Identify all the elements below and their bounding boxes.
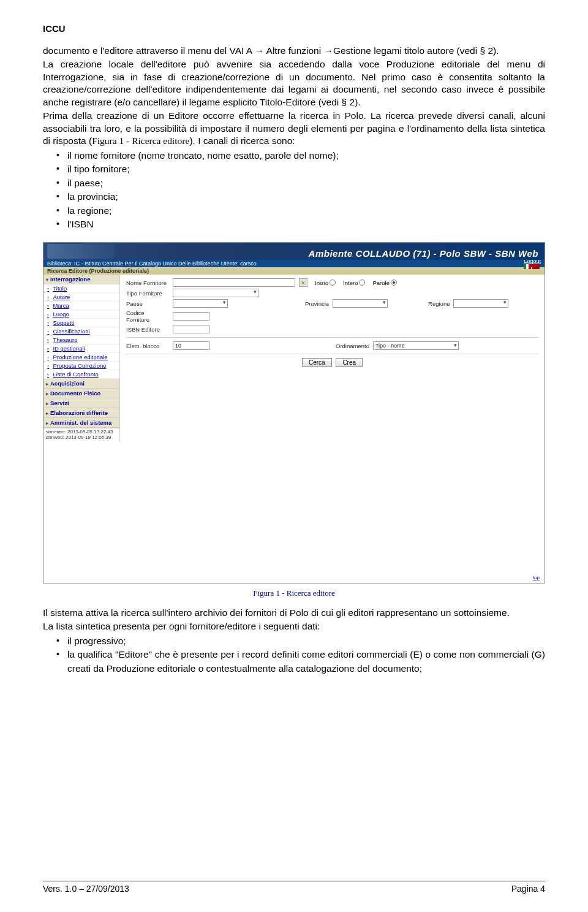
userbar-left: Biblioteca: IC - Istituto Centrale Per I… xyxy=(47,260,257,267)
list-item: il tipo fornitore; xyxy=(67,162,545,176)
input-codice-fornitore[interactable] xyxy=(173,312,209,321)
sidebar-item-marca[interactable]: Marca xyxy=(43,302,119,310)
select-tipo-fornitore[interactable] xyxy=(173,289,258,297)
paragraph-3: Prima della creazione di un Editore occo… xyxy=(43,110,545,147)
app-userbar: Biblioteca: IC - Istituto Centrale Per I… xyxy=(43,260,545,267)
figure-caption: Figura 1 - Ricerca editore xyxy=(43,588,545,598)
sidebar-item-id-gestionali[interactable]: ID gestionali xyxy=(43,344,119,353)
sidebar-section-amministrazione[interactable]: Amminist. del sistema xyxy=(43,418,119,428)
label-provincia: Provincia xyxy=(305,300,329,307)
label-elem-blocco: Elem. blocco xyxy=(126,343,169,349)
sidebar-section-documento-fisico[interactable]: Documento Fisico xyxy=(43,389,119,398)
sidebar-section-acquisizioni[interactable]: Acquisizioni xyxy=(43,379,119,389)
sidebar-footer: sbnmarc: 2013-09-05 13:22:43 sbnweb: 201… xyxy=(43,428,119,442)
paragraph-5: La lista sintetica presenta per ogni for… xyxy=(43,620,545,633)
radio-inizio[interactable]: Inizio xyxy=(315,279,336,286)
input-elem-blocco[interactable]: 10 xyxy=(173,341,209,350)
sidebar-item-proposta-correzione[interactable]: Proposta Correzione xyxy=(43,362,119,370)
label-tipo-fornitore: Tipo Fornitore xyxy=(126,290,169,297)
sidebar-section-servizi[interactable]: Servizi xyxy=(43,398,119,408)
list-item: la qualifica "Editore" che è presente pe… xyxy=(67,648,545,675)
label-ordinamento: Ordinamento xyxy=(336,343,369,349)
bullet-list-1: il nome fornitore (nome troncato, nome e… xyxy=(43,149,545,232)
paragraph-4: Il sistema attiva la ricerca sull'intero… xyxy=(43,607,545,619)
clear-icon[interactable]: ⨯ xyxy=(299,278,307,287)
bullet-list-2: il progressivo; la qualifica "Editore" c… xyxy=(43,634,545,675)
flag-it-icon[interactable] xyxy=(524,264,531,269)
sidebar-item-soggetti[interactable]: Soggetti xyxy=(43,319,119,327)
paragraph-1: documento e l'editore attraverso il menu… xyxy=(43,45,545,57)
select-paese[interactable] xyxy=(173,299,228,308)
radio-inizio-label: Inizio xyxy=(315,279,328,286)
top-link[interactable]: top xyxy=(533,575,540,580)
sidebar-section-interrogazione[interactable]: Interrogazione xyxy=(43,275,119,284)
cerca-button[interactable]: Cerca xyxy=(302,358,332,367)
radio-parole-label: Parole xyxy=(372,279,389,286)
sidebar-item-classificazioni[interactable]: Classificazioni xyxy=(43,327,119,336)
list-item: la provincia; xyxy=(67,190,545,203)
label-nome-fornitore: Nome Fornitore xyxy=(126,279,169,286)
sidebar: Interrogazione Titolo Autore Marca Luogo… xyxy=(43,275,120,442)
app-screenshot: Ambiente COLLAUDO (71) - Polo SBW - SBN … xyxy=(43,242,545,583)
app-logo xyxy=(47,244,115,259)
body-text-2: Il sistema attiva la ricerca sull'intero… xyxy=(43,607,545,675)
list-item: il nome fornitore (nome troncato, nome e… xyxy=(67,149,545,162)
paragraph-2: La creazione locale dell'editore può avv… xyxy=(43,58,545,108)
sidebar-item-luogo[interactable]: Luogo xyxy=(43,310,119,319)
sidebar-item-liste-confronto[interactable]: Liste di Confronto xyxy=(43,370,119,379)
figure-ref: Figura 1 - Ricerca editore xyxy=(92,135,189,146)
footer-version: Vers. 1.0 – 27/09/2013 xyxy=(43,884,129,894)
list-item: il progressivo; xyxy=(67,634,545,648)
flag-uk-icon[interactable] xyxy=(532,264,540,269)
sidebar-item-autore[interactable]: Autore xyxy=(43,293,119,302)
para3-c: ). I canali di ricerca sono: xyxy=(189,135,295,146)
list-item: il paese; xyxy=(67,177,545,190)
doc-header: ICCU xyxy=(43,23,545,34)
page-footer: Vers. 1.0 – 27/09/2013 Pagina 4 xyxy=(43,881,545,894)
app-banner: Ambiente COLLAUDO (71) - Polo SBW - SBN … xyxy=(43,243,545,260)
crea-button[interactable]: Crea xyxy=(336,358,363,367)
label-codice-fornitore: Codice Fornitore xyxy=(126,310,169,323)
select-ordinamento[interactable]: Tipo - nome xyxy=(373,341,459,350)
radio-parole[interactable]: Parole xyxy=(372,279,396,286)
app-title: Ambiente COLLAUDO (71) - Polo SBW - SBN … xyxy=(309,248,538,259)
label-paese: Paese xyxy=(126,300,169,307)
build-info-2: sbnweb: 2013-09-19 12:05:39 xyxy=(46,435,117,441)
label-isbn: ISBN Editore xyxy=(126,326,169,333)
sidebar-section-elaborazioni[interactable]: Elaborazioni differite xyxy=(43,408,119,418)
footer-page: Pagina 4 xyxy=(511,884,545,894)
sidebar-item-thesauro[interactable]: Thesauro xyxy=(43,336,119,344)
label-regione: Regione xyxy=(428,300,450,307)
select-provincia[interactable] xyxy=(333,299,388,308)
input-isbn[interactable] xyxy=(173,325,209,333)
main-form: Nome Fornitore ⨯ Inizio Intero Parole Ti… xyxy=(120,275,545,442)
blank-area: top xyxy=(43,442,545,583)
sidebar-item-titolo[interactable]: Titolo xyxy=(43,284,119,293)
sidebar-item-produzione-editoriale[interactable]: Produzione editoriale xyxy=(43,353,119,362)
radio-intero-label: Intero xyxy=(343,279,358,286)
list-item: l'ISBN xyxy=(67,218,545,231)
radio-intero[interactable]: Intero xyxy=(343,279,365,286)
input-nome-fornitore[interactable] xyxy=(173,278,295,287)
body-text: documento e l'editore attraverso il menu… xyxy=(43,45,545,231)
breadcrumb: Ricerca Editore (Produzione editoriale) xyxy=(43,267,545,275)
list-item: la regione; xyxy=(67,204,545,218)
select-regione[interactable] xyxy=(453,299,508,308)
